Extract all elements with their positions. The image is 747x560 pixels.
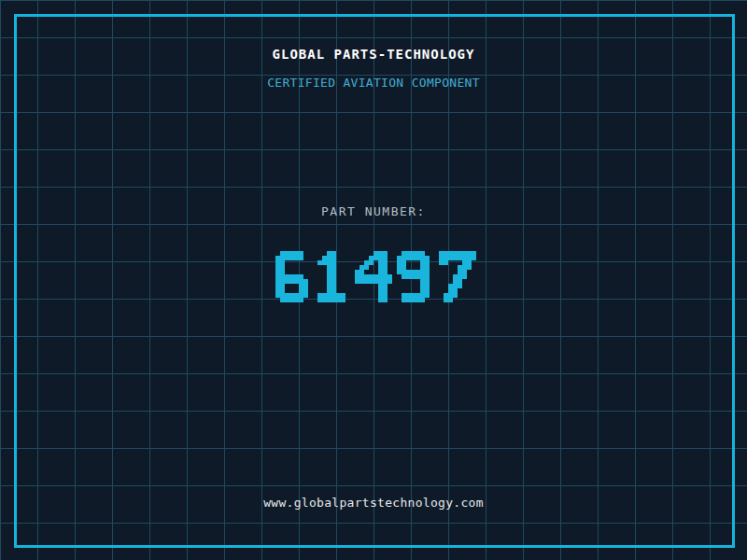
certification-tagline: CERTIFIED AVIATION COMPONENT: [0, 76, 747, 90]
part-number-digit: [313, 251, 350, 302]
part-number-label: PART NUMBER:: [0, 204, 747, 218]
part-number-display: [0, 251, 747, 302]
website-url: www.globalpartstechnology.com: [0, 496, 747, 510]
part-number-digit: [397, 251, 434, 302]
company-name: GLOBAL PARTS-TECHNOLOGY: [0, 47, 747, 62]
part-number-digit: [439, 251, 476, 302]
blueprint-card: GLOBAL PARTS-TECHNOLOGY CERTIFIED AVIATI…: [0, 0, 747, 560]
part-number-digit: [271, 251, 308, 302]
part-number-digit: [355, 251, 392, 302]
